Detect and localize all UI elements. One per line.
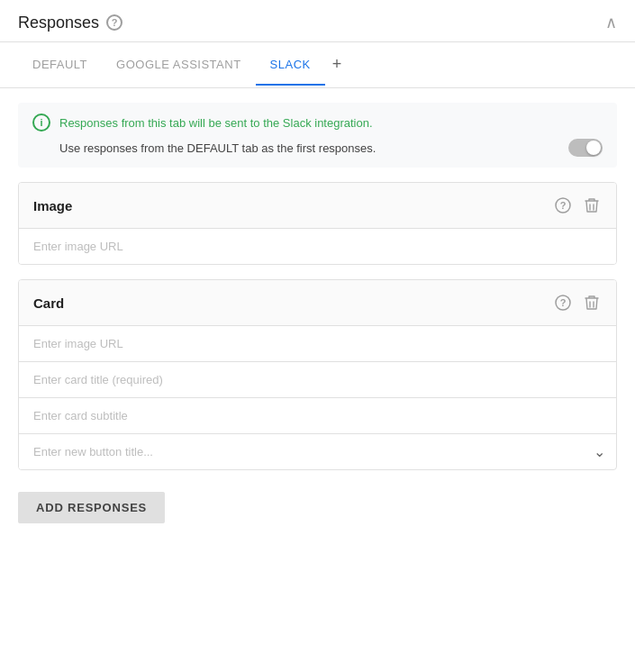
svg-text:?: ? (560, 200, 567, 211)
add-responses-button[interactable]: ADD RESPONSES (18, 492, 165, 523)
header-left: Responses ? (18, 14, 122, 32)
collapse-icon[interactable]: ∧ (605, 13, 617, 32)
card-subtitle-input[interactable] (19, 398, 616, 434)
header: Responses ? ∧ (0, 0, 635, 42)
default-tab-toggle[interactable] (568, 139, 603, 157)
card-button-row: ⌄ (19, 434, 616, 469)
page-title: Responses (18, 14, 99, 32)
image-card: Image ? (18, 182, 617, 265)
toggle-thumb (586, 141, 601, 155)
card-card: Card ? ⌄ (18, 279, 617, 470)
image-url-input[interactable] (19, 229, 616, 264)
card-button-title-input[interactable] (19, 434, 594, 469)
image-card-header: Image ? (19, 183, 616, 229)
image-card-delete-icon[interactable] (582, 195, 602, 215)
tab-default[interactable]: DEFAULT (18, 45, 102, 86)
tabs-bar: DEFAULT GOOGLE ASSISTANT SLACK + (0, 42, 635, 88)
card-card-delete-icon[interactable] (582, 293, 602, 313)
svg-text:?: ? (560, 297, 567, 308)
card-title-input[interactable] (19, 362, 616, 398)
card-card-help-icon[interactable]: ? (553, 293, 573, 313)
tab-add-button[interactable]: + (325, 42, 349, 88)
card-card-icons: ? (553, 293, 602, 313)
card-card-title: Card (33, 295, 64, 311)
info-main-text: Responses from this tab will be sent to … (59, 116, 373, 130)
info-icon: i (32, 114, 50, 132)
chevron-down-icon: ⌄ (594, 443, 616, 460)
help-icon[interactable]: ? (106, 14, 122, 31)
card-image-url-input[interactable] (19, 326, 616, 362)
info-sub-text: Use responses from the DEFAULT tab as th… (59, 141, 376, 155)
tab-slack[interactable]: SLACK (256, 45, 325, 86)
image-card-help-icon[interactable]: ? (553, 195, 573, 215)
info-banner: i Responses from this tab will be sent t… (18, 103, 617, 168)
info-banner-top: i Responses from this tab will be sent t… (32, 114, 603, 132)
info-banner-bottom: Use responses from the DEFAULT tab as th… (32, 139, 603, 157)
tab-google-assistant[interactable]: GOOGLE ASSISTANT (102, 45, 256, 86)
card-card-header: Card ? (19, 280, 616, 326)
image-card-title: Image (33, 198, 72, 213)
image-card-icons: ? (553, 195, 602, 215)
